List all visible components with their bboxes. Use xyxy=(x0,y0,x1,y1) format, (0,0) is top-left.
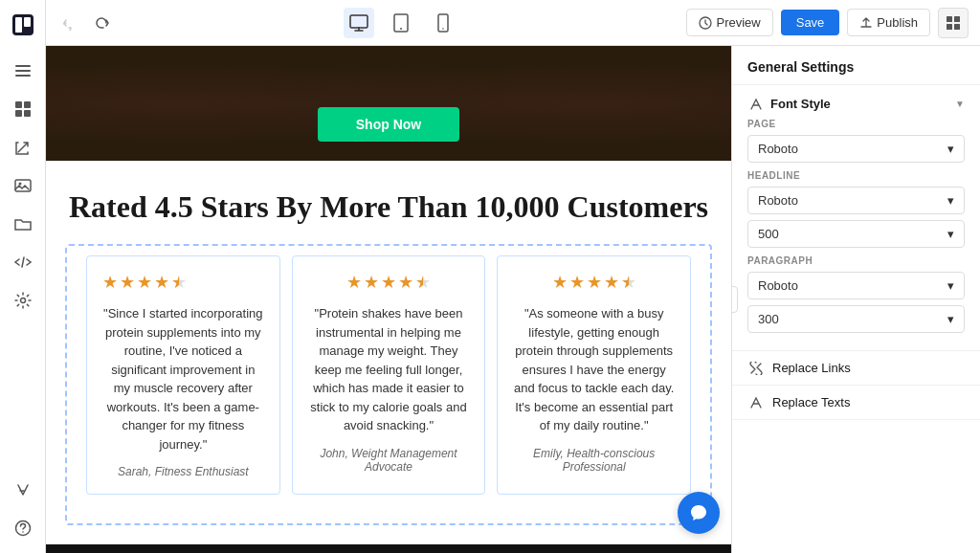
left-sidebar xyxy=(0,0,46,553)
mobile-view-button[interactable] xyxy=(428,8,458,38)
page-font-label: PAGE xyxy=(747,119,965,129)
review-stars-1: ★ ★ ★ ★ ★ ★ xyxy=(102,272,264,293)
review-stars-2: ★ ★ ★ ★ ★ ★ xyxy=(308,272,470,293)
sidebar-item-folder[interactable] xyxy=(6,207,40,241)
review-stars-3: ★ ★ ★ ★ ★ ★ xyxy=(513,272,675,293)
review-author-1: Sarah, Fitness Enthusiast xyxy=(102,465,264,478)
paragraph-font-select[interactable]: Roboto ▾ xyxy=(747,272,965,299)
sidebar-item-code[interactable] xyxy=(6,245,40,279)
svg-point-12 xyxy=(20,299,25,303)
hero-banner: Shop Now xyxy=(46,46,731,161)
publish-label: Publish xyxy=(877,15,918,30)
headline-font-value: Roboto xyxy=(758,193,798,208)
replace-links-icon xyxy=(747,362,765,375)
svg-rect-6 xyxy=(15,101,22,108)
page-font-value: Roboto xyxy=(758,142,798,156)
headline-weight-value: 500 xyxy=(758,227,779,241)
svg-rect-24 xyxy=(954,24,960,30)
svg-rect-15 xyxy=(350,15,368,28)
grid-view-button[interactable] xyxy=(938,8,969,38)
main-canvas-area: Shop Now Rated 4.5 Stars By More Than 10… xyxy=(46,46,731,553)
paragraph-weight-select[interactable]: 300 ▾ xyxy=(747,305,965,333)
svg-rect-9 xyxy=(24,110,31,117)
paragraph-font-label: PARAGRAPH xyxy=(747,255,965,266)
sidebar-item-link[interactable] xyxy=(6,130,40,165)
sidebar-item-widgets[interactable] xyxy=(6,92,40,126)
replace-texts-icon xyxy=(747,396,765,409)
paragraph-font-value: Roboto xyxy=(758,278,798,293)
undo-button[interactable] xyxy=(57,10,84,36)
hero-background xyxy=(46,46,731,161)
svg-rect-5 xyxy=(15,75,31,77)
headline-weight-select[interactable]: 500 ▾ xyxy=(747,220,965,248)
svg-rect-3 xyxy=(15,65,31,67)
headline-font-select[interactable]: Roboto ▾ xyxy=(747,187,965,214)
review-text-1: "Since I started incorporating protein s… xyxy=(102,304,264,453)
right-panel: ‹ General Settings Font Style ▼ PAGE Rob… xyxy=(731,46,980,553)
review-author-3: Emily, Health-conscious Professional xyxy=(513,447,675,474)
paragraph-weight-value: 300 xyxy=(758,312,779,326)
font-style-section: Font Style ▼ PAGE Roboto ▾ HEADLINE Robo… xyxy=(732,85,980,351)
app-logo xyxy=(6,8,40,42)
panel-title: General Settings xyxy=(732,46,980,85)
review-text-3: "As someone with a busy lifestyle, getti… xyxy=(513,304,675,435)
svg-rect-1 xyxy=(15,17,22,33)
publish-button[interactable]: Publish xyxy=(847,9,930,36)
save-button[interactable]: Save xyxy=(781,10,840,35)
svg-rect-2 xyxy=(24,17,31,27)
page-canvas[interactable]: Shop Now Rated 4.5 Stars By More Than 10… xyxy=(46,46,731,553)
font-style-title-row: Font Style xyxy=(747,97,831,111)
replace-texts-label: Replace Texts xyxy=(772,395,850,409)
sidebar-item-settings[interactable] xyxy=(6,283,40,318)
section-heading: Rated 4.5 Stars By More Than 10,000 Cust… xyxy=(46,161,731,244)
svg-rect-23 xyxy=(947,24,952,30)
chat-widget-button[interactable] xyxy=(678,492,720,534)
review-card-2: ★ ★ ★ ★ ★ ★ "Protein shakes have been in… xyxy=(292,255,486,495)
svg-rect-7 xyxy=(24,101,31,108)
headline-weight-chevron: ▾ xyxy=(947,227,954,241)
toolbar: Preview Save Publish xyxy=(46,0,980,46)
font-style-collapse-icon: ▼ xyxy=(955,99,965,109)
svg-point-17 xyxy=(400,28,402,30)
paragraph-font-chevron: ▾ xyxy=(947,278,954,293)
page-font-chevron: ▾ xyxy=(947,142,954,156)
replace-links-row[interactable]: Replace Links xyxy=(732,351,980,386)
sidebar-item-image[interactable] xyxy=(6,168,40,203)
review-card-3: ★ ★ ★ ★ ★ ★ "As someone with a busy life… xyxy=(497,255,691,495)
toolbar-actions: Preview Save Publish xyxy=(686,8,969,38)
sidebar-item-pages[interactable] xyxy=(6,54,40,88)
footer-section xyxy=(46,544,731,553)
preview-label: Preview xyxy=(716,15,760,30)
device-switcher xyxy=(126,8,675,38)
svg-rect-8 xyxy=(15,110,22,117)
headline-font-label: HEADLINE xyxy=(747,170,965,181)
preview-button[interactable]: Preview xyxy=(686,9,772,36)
reviews-grid: ★ ★ ★ ★ ★ ★ "Since I started incorporati… xyxy=(65,244,712,525)
svg-rect-21 xyxy=(947,16,952,22)
font-style-header[interactable]: Font Style ▼ xyxy=(747,97,965,111)
replace-links-label: Replace Links xyxy=(772,361,851,375)
panel-toggle-button[interactable]: ‹ xyxy=(731,286,738,313)
sidebar-item-help[interactable] xyxy=(6,511,40,545)
page-font-select[interactable]: Roboto ▾ xyxy=(747,135,965,163)
font-style-title: Font Style xyxy=(770,97,831,111)
review-text-2: "Protein shakes have been instrumental i… xyxy=(308,304,470,435)
font-icon xyxy=(747,98,765,111)
hero-button[interactable]: Shop Now xyxy=(318,107,459,142)
svg-rect-22 xyxy=(954,16,960,22)
svg-point-14 xyxy=(22,531,24,533)
review-author-2: John, Weight Management Advocate xyxy=(308,447,470,474)
headline-font-chevron: ▾ xyxy=(947,193,954,208)
tablet-view-button[interactable] xyxy=(386,8,416,38)
toolbar-nav xyxy=(57,10,115,36)
replace-texts-row[interactable]: Replace Texts xyxy=(732,386,980,420)
desktop-view-button[interactable] xyxy=(344,8,374,38)
svg-point-19 xyxy=(442,28,444,30)
svg-rect-4 xyxy=(15,70,31,72)
redo-button[interactable] xyxy=(88,10,115,36)
paragraph-weight-chevron: ▾ xyxy=(947,312,954,326)
review-card-1: ★ ★ ★ ★ ★ ★ "Since I started incorporati… xyxy=(86,255,280,495)
sidebar-item-translate[interactable] xyxy=(6,473,40,507)
